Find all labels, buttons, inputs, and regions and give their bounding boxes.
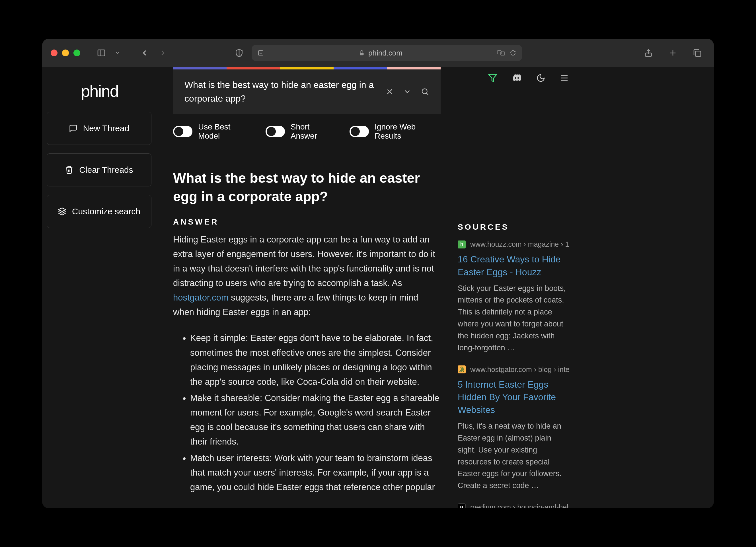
sources-column: SOURCES h www.houzz.com › magazine › 16-…	[458, 83, 577, 508]
question-heading: What is the best way to hide an easter e…	[173, 169, 441, 206]
forward-button[interactable]	[155, 46, 171, 60]
close-window-button[interactable]	[51, 50, 57, 56]
maximize-window-button[interactable]	[73, 50, 80, 56]
page-content: phind New Thread Clear Threads Customize…	[42, 67, 714, 508]
toggle-label: Short Answer	[291, 122, 335, 141]
answer-list: Keep it simple: Easter eggs don't have t…	[173, 331, 441, 494]
titlebar: phind.com	[42, 39, 714, 67]
sidebar-item-label: New Thread	[83, 124, 130, 133]
translate-icon[interactable]	[497, 50, 505, 56]
toggle-label: Ignore Web Results	[375, 122, 441, 141]
search-bar: What is the best way to hide an easter e…	[173, 69, 441, 114]
source-item: 🐊 www.hostgator.com › blog › inter… 5 In…	[458, 365, 569, 492]
answer-bullet: Make it shareable: Consider making the E…	[190, 391, 441, 449]
source-desc: Stick your Easter eggs in boots, mittens…	[458, 283, 569, 354]
back-button[interactable]	[137, 46, 153, 60]
search-icon[interactable]	[421, 87, 429, 96]
reload-icon[interactable]	[510, 50, 516, 56]
menu-icon[interactable]	[560, 73, 569, 83]
toggle-row: Use Best Model Short Answer Ignore Web R…	[173, 114, 441, 141]
share-icon[interactable]	[640, 46, 656, 60]
center-column: What is the best way to hide an easter e…	[156, 67, 458, 508]
toggle-best-model[interactable]: Use Best Model	[173, 122, 251, 141]
source-breadcrumb: www.hostgator.com › blog › inter…	[470, 365, 569, 374]
answer-bullet: Keep it simple: Easter eggs don't have t…	[190, 331, 441, 389]
answer-link[interactable]: hostgator.com	[173, 293, 229, 303]
discord-icon[interactable]	[512, 73, 522, 83]
answer-body: Hiding Easter eggs in a corporate app ca…	[173, 232, 441, 496]
source-desc: Plus, it's a neat way to hide an Easter …	[458, 420, 569, 492]
toggle-switch[interactable]	[266, 126, 285, 137]
source-breadcrumb: www.houzz.com › magazine › 16-…	[470, 240, 569, 248]
source-item: h www.houzz.com › magazine › 16-… 16 Cre…	[458, 240, 569, 354]
browser-window: phind.com phind N	[42, 39, 714, 508]
logo: phind	[47, 81, 151, 112]
url-text: phind.com	[368, 49, 402, 57]
new-thread-button[interactable]: New Thread	[47, 112, 151, 145]
top-toolbar	[488, 67, 577, 83]
svg-rect-6	[360, 53, 364, 55]
toggle-ignore-web[interactable]: Ignore Web Results	[350, 122, 441, 141]
traffic-lights	[51, 50, 80, 56]
source-breadcrumb: medium.com › bouncin-and-beh…	[470, 503, 569, 508]
svg-marker-13	[58, 208, 65, 212]
favicon-icon: h	[458, 240, 466, 248]
chevron-down-icon[interactable]	[403, 87, 412, 96]
toggle-short-answer[interactable]: Short Answer	[266, 122, 335, 141]
toggle-switch[interactable]	[173, 126, 192, 137]
toggle-switch[interactable]	[350, 126, 369, 137]
minimize-window-button[interactable]	[62, 50, 69, 56]
filter-icon[interactable]	[488, 73, 498, 83]
main-area: What is the best way to hide an easter e…	[156, 67, 714, 508]
chat-icon	[69, 124, 77, 133]
svg-rect-0	[98, 50, 105, 56]
answer-bullet: Match user interests: Work with your tea…	[190, 451, 441, 494]
text-size-icon[interactable]	[257, 50, 264, 56]
favicon-icon: ••	[458, 503, 466, 508]
lock-icon	[359, 50, 365, 56]
rainbow-bar	[173, 67, 441, 69]
chevron-down-icon[interactable]	[112, 48, 124, 58]
trash-icon	[65, 166, 73, 174]
clear-threads-button[interactable]: Clear Threads	[47, 153, 151, 186]
svg-point-16	[422, 89, 427, 94]
source-title[interactable]: 5 Internet Easter Eggs Hidden By Your Fa…	[458, 378, 569, 416]
tabs-icon[interactable]	[689, 46, 705, 60]
svg-line-17	[426, 93, 428, 95]
source-title[interactable]: 16 Creative Ways to Hide Easter Eggs - H…	[458, 253, 569, 279]
search-input[interactable]: What is the best way to hide an easter e…	[184, 78, 379, 105]
answer-label: ANSWER	[173, 217, 441, 227]
shield-icon[interactable]	[231, 46, 247, 60]
moon-icon[interactable]	[536, 73, 545, 83]
sidebar-item-label: Customize search	[72, 207, 140, 216]
sidebar: phind New Thread Clear Threads Customize…	[42, 67, 156, 508]
sources-label: SOURCES	[458, 223, 569, 232]
new-tab-icon[interactable]	[665, 46, 681, 60]
svg-marker-18	[489, 74, 497, 82]
source-item: •• medium.com › bouncin-and-beh… Six Pla…	[458, 503, 569, 508]
favicon-icon: 🐊	[458, 365, 466, 373]
toggle-label: Use Best Model	[198, 122, 251, 141]
customize-search-button[interactable]: Customize search	[47, 195, 151, 228]
sidebar-toggle-icon[interactable]	[93, 46, 109, 60]
clear-search-icon[interactable]	[385, 87, 394, 96]
url-bar[interactable]: phind.com	[252, 45, 522, 61]
sidebar-item-label: Clear Threads	[79, 165, 133, 175]
svg-rect-12	[695, 51, 701, 56]
answer-intro: Hiding Easter eggs in a corporate app ca…	[173, 235, 435, 288]
layers-icon	[58, 207, 66, 216]
